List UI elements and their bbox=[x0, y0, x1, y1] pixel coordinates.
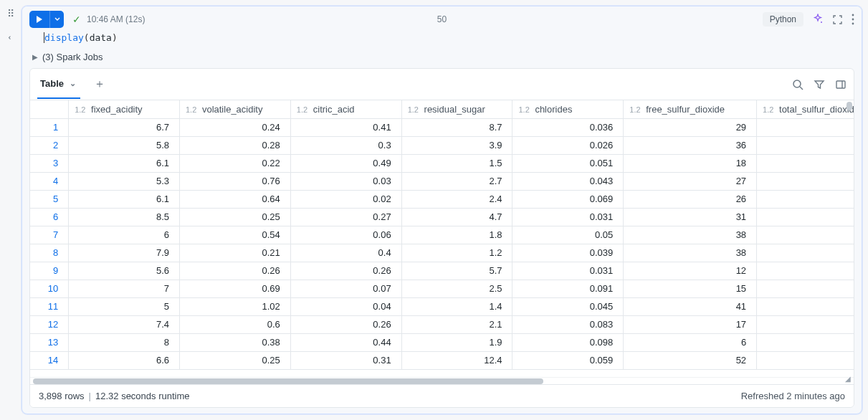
run-menu-button[interactable] bbox=[49, 11, 64, 28]
cell[interactable]: 38 bbox=[624, 244, 757, 262]
cell[interactable]: 0.27 bbox=[290, 208, 401, 226]
cell[interactable]: 0.06 bbox=[290, 226, 401, 244]
filter-icon[interactable] bbox=[814, 79, 825, 90]
cell[interactable]: 0.03 bbox=[290, 172, 401, 190]
horizontal-scrollbar-track[interactable]: ◢ bbox=[30, 377, 854, 384]
cell[interactable]: 1.02 bbox=[180, 297, 291, 315]
cell[interactable]: 0.059 bbox=[512, 351, 624, 369]
add-tab-button[interactable]: ＋ bbox=[90, 75, 109, 94]
search-icon[interactable] bbox=[792, 79, 803, 90]
collapse-caret-icon[interactable]: ⌄ bbox=[6, 34, 16, 41]
table-row[interactable]: 146.60.250.3112.40.0595218 bbox=[30, 351, 854, 369]
cell[interactable]: 0.02 bbox=[290, 190, 401, 208]
data-grid[interactable]: 1.2 fixed_acidity1.2 volatile_acidity1.2… bbox=[30, 100, 854, 377]
cell[interactable]: 0.26 bbox=[180, 262, 291, 280]
cell[interactable]: 0.44 bbox=[290, 333, 401, 351]
chevron-down-icon[interactable]: ⌄ bbox=[70, 79, 76, 88]
cell[interactable]: 41 bbox=[624, 297, 757, 315]
table-row[interactable]: 760.540.061.80.05388 bbox=[30, 226, 854, 244]
spark-jobs-row[interactable]: ▶ (3) Spark Jobs bbox=[22, 49, 862, 68]
cell[interactable]: 6.6 bbox=[69, 351, 180, 369]
cell[interactable]: 0.043 bbox=[512, 172, 624, 190]
cell[interactable]: 18 bbox=[757, 351, 854, 369]
cell[interactable]: 10 bbox=[757, 136, 854, 154]
cell[interactable]: 12.4 bbox=[401, 351, 512, 369]
cell[interactable]: 17 bbox=[624, 315, 757, 333]
cell[interactable]: 27 bbox=[624, 172, 757, 190]
cell[interactable]: 0.05 bbox=[512, 226, 624, 244]
cell[interactable]: 8.5 bbox=[69, 208, 180, 226]
table-row[interactable]: 36.10.220.491.50.051188 bbox=[30, 154, 854, 172]
language-chip[interactable]: Python bbox=[763, 12, 803, 27]
cell[interactable]: 31 bbox=[624, 208, 757, 226]
cell[interactable]: 0.069 bbox=[512, 190, 624, 208]
column-header[interactable]: 1.2 chlorides bbox=[512, 100, 624, 118]
cell[interactable]: 6.1 bbox=[69, 154, 180, 172]
code-editor[interactable]: display(data) bbox=[22, 31, 862, 49]
cell[interactable]: 5.6 bbox=[69, 262, 180, 280]
vertical-scrollbar[interactable] bbox=[846, 102, 852, 110]
cell[interactable]: 7.9 bbox=[69, 244, 180, 262]
expand-icon[interactable] bbox=[832, 14, 843, 25]
cell[interactable]: 0.07 bbox=[290, 280, 401, 297]
cell[interactable]: 0.31 bbox=[290, 351, 401, 369]
column-header[interactable]: 1.2 residual_sugar bbox=[401, 100, 512, 118]
cell[interactable]: 0.6 bbox=[180, 315, 291, 333]
cell[interactable]: 2.1 bbox=[401, 315, 512, 333]
cell[interactable]: 8 bbox=[69, 333, 180, 351]
cell[interactable]: 1.2 bbox=[401, 244, 512, 262]
cell[interactable]: 12 bbox=[624, 262, 757, 280]
cell[interactable]: 1 bbox=[757, 333, 854, 351]
table-row[interactable]: 95.60.260.265.70.031128 bbox=[30, 262, 854, 280]
cell[interactable]: 26 bbox=[624, 190, 757, 208]
cell[interactable]: 7.4 bbox=[69, 315, 180, 333]
cell[interactable]: 0.031 bbox=[512, 262, 624, 280]
cell[interactable]: 29 bbox=[624, 118, 757, 136]
horizontal-scrollbar-thumb[interactable] bbox=[33, 378, 543, 384]
rownum-header[interactable] bbox=[30, 100, 69, 118]
cell[interactable]: 6.7 bbox=[69, 118, 180, 136]
cell[interactable]: 0.22 bbox=[180, 154, 291, 172]
table-row[interactable]: 127.40.60.262.10.083179 bbox=[30, 315, 854, 333]
cell[interactable]: 0.3 bbox=[290, 136, 401, 154]
cell[interactable]: 6 bbox=[624, 333, 757, 351]
cell[interactable]: 5.8 bbox=[69, 136, 180, 154]
cell[interactable]: 5.3 bbox=[69, 172, 180, 190]
cell[interactable]: 9 bbox=[757, 208, 854, 226]
cell[interactable]: 0.083 bbox=[512, 315, 624, 333]
cell[interactable]: 9 bbox=[757, 172, 854, 190]
cell[interactable]: 0.76 bbox=[180, 172, 291, 190]
cell[interactable]: 2.7 bbox=[401, 172, 512, 190]
panel-toggle-icon[interactable] bbox=[835, 79, 846, 90]
assistant-sparkle-icon[interactable] bbox=[812, 14, 824, 25]
cell[interactable]: 15 bbox=[624, 280, 757, 297]
cell[interactable]: 0.69 bbox=[180, 280, 291, 297]
cell[interactable]: 3.9 bbox=[401, 136, 512, 154]
table-row[interactable]: 87.90.210.41.20.0393810 bbox=[30, 244, 854, 262]
column-header[interactable]: 1.2 volatile_acidity bbox=[180, 100, 291, 118]
drag-handle-icon[interactable]: ⠿ bbox=[7, 9, 15, 19]
cell[interactable]: 0.051 bbox=[512, 154, 624, 172]
cell[interactable]: 0.031 bbox=[512, 208, 624, 226]
cell[interactable]: 1.9 bbox=[401, 333, 512, 351]
cell[interactable]: 0.4 bbox=[290, 244, 401, 262]
kebab-menu-icon[interactable] bbox=[852, 14, 854, 25]
cell[interactable]: 0.25 bbox=[180, 351, 291, 369]
cell[interactable]: 5.7 bbox=[401, 262, 512, 280]
table-row[interactable]: 56.10.640.022.40.069264 bbox=[30, 190, 854, 208]
cell[interactable]: 0.045 bbox=[512, 297, 624, 315]
table-row[interactable]: 1151.020.041.40.045418 bbox=[30, 297, 854, 315]
column-header[interactable]: 1.2 free_sulfur_dioxide bbox=[624, 100, 757, 118]
cell[interactable]: 0.036 bbox=[512, 118, 624, 136]
cell[interactable]: 18 bbox=[624, 154, 757, 172]
cell[interactable]: 4 bbox=[757, 190, 854, 208]
cell[interactable]: 0.04 bbox=[290, 297, 401, 315]
cell[interactable]: 0.64 bbox=[180, 190, 291, 208]
table-row[interactable]: 68.50.250.274.70.031319 bbox=[30, 208, 854, 226]
cell[interactable]: 1.5 bbox=[401, 154, 512, 172]
cell[interactable]: 2 bbox=[757, 280, 854, 297]
cell[interactable]: 8 bbox=[757, 262, 854, 280]
cell[interactable]: 0.26 bbox=[290, 315, 401, 333]
table-row[interactable]: 1380.380.441.90.09861 bbox=[30, 333, 854, 351]
cell[interactable]: 0.38 bbox=[180, 333, 291, 351]
